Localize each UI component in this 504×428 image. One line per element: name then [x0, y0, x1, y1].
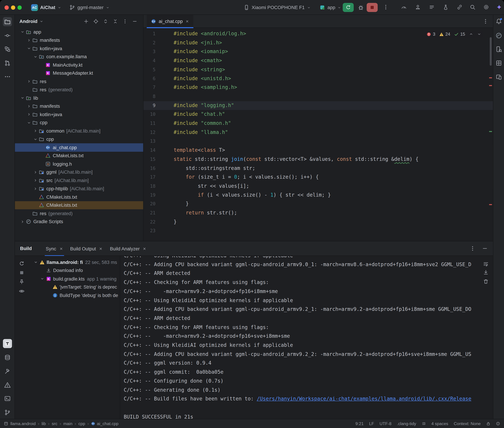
- code-line-3[interactable]: 3#include <iomanip>: [144, 48, 493, 56]
- build-tab-build-output[interactable]: Build Output: [67, 241, 106, 256]
- build-options-kebab-icon[interactable]: [470, 246, 476, 251]
- tree-item-res[interactable]: res: [15, 77, 143, 85]
- code-line-5[interactable]: 5#include <string>: [144, 65, 493, 74]
- clang-tidy-status[interactable]: .clang-tidy: [397, 421, 416, 426]
- window-close-button[interactable]: [4, 6, 9, 10]
- caret-position[interactable]: 9:21: [356, 421, 364, 426]
- tree-item-res[interactable]: res(generated): [15, 86, 143, 94]
- experiments-icon[interactable]: [443, 4, 449, 10]
- window-minimize-button[interactable]: [11, 6, 15, 10]
- code-line-8[interactable]: 8: [144, 92, 493, 101]
- code-line-17[interactable]: 17 for (size_t i = 0; i < values.size();…: [144, 173, 493, 182]
- tree-item-kotlin-java[interactable]: kotlin+java: [15, 44, 143, 53]
- code-line-2[interactable]: 2#include <jni.h>: [144, 38, 493, 47]
- tree-item-cmakelists-txt[interactable]: CMakeLists.txt: [15, 193, 143, 201]
- chevron-right-icon[interactable]: [26, 112, 32, 117]
- add-button[interactable]: [82, 17, 90, 25]
- build-tree-item-buildtype-debug-is-both-de[interactable]: BuildType 'debug' is both de: [28, 291, 120, 299]
- passed-count[interactable]: 15: [454, 32, 465, 36]
- tree-item-src[interactable]: src[AiChat.lib.main]: [15, 176, 143, 184]
- device-explorer-tool-button[interactable]: [494, 45, 503, 54]
- chevron-right-icon[interactable]: [32, 187, 38, 191]
- chevron-right-icon[interactable]: [26, 104, 32, 108]
- build-tab-build-analyzer[interactable]: Build Analyzer: [106, 241, 150, 256]
- code-line-9[interactable]: 9#include "logging.h": [144, 101, 493, 110]
- device-selector[interactable]: Xiaomi POCOPHONE F1: [244, 0, 310, 15]
- tree-item-manifests[interactable]: manifests: [15, 36, 143, 44]
- line-separator[interactable]: LF: [369, 421, 374, 426]
- chevron-down-icon[interactable]: [26, 46, 32, 51]
- editor-scrollbar[interactable]: [490, 37, 492, 66]
- tree-item-mainactivity-kt[interactable]: KMainActivity.kt: [15, 61, 143, 69]
- tree-item-ggml[interactable]: ggml[AiChat.lib.main]: [15, 168, 143, 176]
- close-tab-icon[interactable]: [59, 247, 63, 251]
- more-actions-kebab-icon[interactable]: [383, 4, 389, 10]
- lock-icon[interactable]: [486, 421, 490, 426]
- error-stripe-mark[interactable]: [489, 204, 492, 205]
- profiler-icon[interactable]: [401, 4, 407, 10]
- tree-item-cpp[interactable]: cpp: [15, 118, 143, 127]
- gemini-assistant-icon[interactable]: [496, 4, 502, 10]
- tree-item-cpp[interactable]: cpp: [15, 135, 143, 143]
- code-line-10[interactable]: 10#include "chat.h": [144, 110, 493, 119]
- tree-item-gradle-scripts[interactable]: Gradle Scripts: [15, 217, 143, 226]
- soft-wrap-button[interactable]: [482, 260, 490, 268]
- code-line-19[interactable]: 19 if (i < values.size() - 1) { str << d…: [144, 191, 493, 200]
- notifications-button[interactable]: [494, 17, 503, 26]
- code-line-18[interactable]: 18 str << values[i];: [144, 182, 493, 191]
- error-stripe-mark[interactable]: [489, 85, 492, 86]
- project-widget[interactable]: AC AiChat: [31, 0, 61, 15]
- chevron-right-icon[interactable]: [32, 178, 38, 182]
- code-line-20[interactable]: 20 }: [144, 200, 493, 209]
- indent-status[interactable]: 4 spaces: [431, 421, 448, 426]
- error-count[interactable]: 3: [427, 32, 435, 36]
- vcs-branch-widget[interactable]: ggml-master: [69, 0, 109, 15]
- build-console[interactable]: C/C++: -- Using KleidiAI optimized kerne…: [120, 256, 493, 419]
- breadcrumb-cpp[interactable]: cpp: [78, 421, 85, 426]
- resync-button[interactable]: [17, 259, 26, 268]
- editor-tab-ai-chat-cpp[interactable]: C+ ai_chat.cpp: [147, 15, 193, 28]
- close-tab-icon[interactable]: [143, 247, 146, 251]
- chevron-down-icon[interactable]: [19, 30, 25, 34]
- layout-inspector-tool-button[interactable]: [494, 58, 503, 68]
- error-stripe-mark[interactable]: [489, 77, 492, 78]
- scroll-to-end-button[interactable]: [482, 268, 490, 277]
- build-tool-button[interactable]: [3, 367, 12, 376]
- code-line-21[interactable]: 21 return str.str();: [144, 209, 493, 217]
- tree-item-cmakelists-txt[interactable]: CMakeLists.txt: [15, 201, 143, 209]
- build-tab-sync[interactable]: Sync: [42, 241, 67, 256]
- running-devices-tool-button[interactable]: [3, 339, 12, 348]
- structure-tool-button[interactable]: [3, 45, 12, 54]
- inspections-widget[interactable]: 3 24 15: [425, 31, 483, 38]
- pull-requests-tool-button[interactable]: [3, 58, 12, 68]
- code-line-4[interactable]: 4#include <cmath>: [144, 56, 493, 65]
- chevron-down-icon[interactable]: [32, 260, 39, 264]
- code-line-14[interactable]: 14template<class T>: [144, 146, 493, 155]
- breadcrumb-llama-android[interactable]: llama.android: [10, 421, 35, 426]
- previous-problem-icon[interactable]: [469, 32, 473, 36]
- tree-item-lib[interactable]: lib: [15, 94, 143, 102]
- window-zoom-button[interactable]: [17, 6, 22, 10]
- code-line-16[interactable]: 16 std::ostringstream str;: [144, 164, 493, 173]
- debug-button[interactable]: [358, 4, 364, 11]
- tree-item-logging-h[interactable]: Hlogging.h: [15, 160, 143, 168]
- commit-tool-button[interactable]: [3, 31, 12, 40]
- close-tab-icon[interactable]: [185, 19, 189, 23]
- chevron-down-icon[interactable]: [19, 96, 25, 100]
- file-encoding[interactable]: UTF-8: [379, 421, 392, 426]
- breadcrumb-ai-chat-cpp[interactable]: C+ai_chat.cpp: [91, 421, 119, 426]
- link-icon[interactable]: [457, 4, 462, 10]
- tree-item-ai-chat-cpp[interactable]: C+ai_chat.cpp: [15, 143, 143, 152]
- close-tab-icon[interactable]: [99, 247, 103, 251]
- code-line-22[interactable]: 22}: [144, 218, 493, 227]
- tree-item-com-example-llama[interactable]: com.example.llama: [15, 53, 143, 61]
- chevron-right-icon[interactable]: [26, 79, 32, 83]
- code-line-11[interactable]: 11#include "common.h": [144, 119, 493, 128]
- warning-count[interactable]: 24: [439, 32, 450, 36]
- tree-item-cpp-httplib[interactable]: cpp-httplib[AiChat.lib.main]: [15, 185, 143, 193]
- build-tree-item-llama-android-fi[interactable]: llama.android: fi22 sec, 583 ms: [28, 258, 120, 266]
- stop-sync-button[interactable]: [17, 268, 26, 277]
- project-tool-button[interactable]: [3, 17, 12, 26]
- logcat-icon[interactable]: [429, 4, 435, 10]
- tree-item-cmakelists-txt[interactable]: CMakeLists.txt: [15, 152, 143, 160]
